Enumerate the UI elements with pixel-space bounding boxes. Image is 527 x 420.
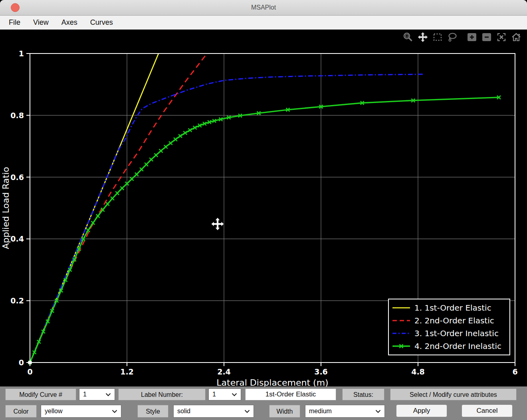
y-tick-label: 1 (19, 49, 24, 58)
x-tick-label: 0 (27, 367, 32, 376)
x-axis-label: Lateral Displacement (m) (216, 378, 328, 386)
zoom-in-icon[interactable] (467, 32, 477, 42)
legend: 1. 1st-Order Elastic2. 2nd-Order Elastic… (388, 299, 510, 355)
x-tick-label: 4.8 (411, 367, 425, 376)
x-tick-label: 3.6 (314, 367, 328, 376)
status-label: Status: (342, 388, 384, 400)
y-tick-label: 0.4 (10, 234, 24, 243)
width-select[interactable]: medium (305, 405, 385, 418)
chevron-down-icon (232, 393, 237, 396)
chevron-down-icon (112, 410, 117, 413)
x-tick-label: 6 (512, 367, 517, 376)
apply-button[interactable]: Apply (396, 404, 447, 417)
x-tick-label: 2.4 (217, 367, 231, 376)
menu-axes[interactable]: Axes (61, 18, 77, 27)
select-region-icon[interactable] (432, 32, 443, 42)
legend-entry-4: 4. 2nd-Order Inelastic (392, 340, 506, 353)
control-panel: Modify Curve # 1 Label Number: 1 Status:… (0, 386, 527, 420)
y-axis-label: Applied Load Ratio (1, 167, 11, 249)
label-number-select[interactable]: 1 (208, 388, 241, 400)
legend-label: 4. 2nd-Order Inelastic (414, 341, 501, 351)
curve-number-value: 1 (79, 391, 105, 398)
legend-label: 3. 1st-Order Inelastic (414, 329, 499, 338)
legend-line-sample (392, 331, 410, 336)
color-label: Color (5, 405, 37, 418)
plot-toolbar (403, 32, 521, 42)
chart-region: 01.22.43.64.8600.20.40.60.81Lateral Disp… (0, 30, 527, 386)
color-select[interactable]: yellow (41, 405, 121, 418)
legend-entry-2: 2. 2nd-Order Elastic (392, 314, 506, 327)
legend-line-sample (392, 305, 410, 311)
move-cursor (211, 217, 224, 231)
y-tick-label: 0.8 (10, 111, 24, 120)
cancel-button[interactable]: Cancel (462, 404, 513, 417)
zoom-to-rect-icon[interactable] (403, 32, 413, 42)
style-select[interactable]: solid (173, 405, 254, 418)
chevron-down-icon (244, 410, 250, 413)
zoom-out-icon[interactable] (481, 32, 492, 42)
msaplot-window: MSAPlot File View Axes Curves 01.22.43.6… (0, 0, 527, 420)
width-label: Width (269, 405, 300, 418)
label-number-label: Label Number: (118, 388, 206, 400)
width-value: medium (305, 405, 375, 418)
y-tick-label: 0 (19, 358, 24, 367)
chevron-down-icon (105, 393, 111, 396)
label-number-value: 1 (209, 391, 232, 398)
style-value: solid (174, 405, 244, 418)
menu-curves[interactable]: Curves (90, 18, 113, 27)
legend-line-sample (392, 318, 410, 323)
origin-marker (28, 361, 32, 365)
modify-curve-label: Modify Curve # (5, 388, 76, 400)
legend-label: 1. 1st-Order Elastic (414, 303, 491, 313)
pan-icon[interactable] (418, 32, 428, 42)
status-value: Select / Modify curve attributes (390, 388, 517, 400)
x-tick-label: 1.2 (120, 367, 134, 376)
menu-bar: File View Axes Curves (0, 16, 527, 30)
legend-entry-1: 1. 1st-Order Elastic (392, 301, 506, 314)
legend-entry-3: 3. 1st-Order Inelastic (392, 327, 506, 340)
legend-line-sample (392, 343, 410, 349)
style-label: Style (137, 405, 168, 418)
title-bar: MSAPlot (0, 0, 527, 16)
home-icon[interactable] (511, 32, 521, 42)
menu-file[interactable]: File (9, 18, 20, 27)
legend-label: 2. 2nd-Order Elastic (414, 316, 494, 325)
color-value: yellow (41, 405, 112, 418)
y-tick-label: 0.6 (10, 173, 24, 182)
chevron-down-icon (375, 410, 381, 413)
lasso-icon[interactable] (447, 32, 458, 42)
menu-view[interactable]: View (33, 18, 49, 27)
window-title: MSAPlot (0, 0, 527, 15)
expand-icon[interactable] (496, 32, 507, 42)
curve-label-input[interactable] (245, 388, 336, 400)
curve-number-select[interactable]: 1 (79, 388, 115, 400)
y-tick-label: 0.2 (10, 296, 24, 305)
